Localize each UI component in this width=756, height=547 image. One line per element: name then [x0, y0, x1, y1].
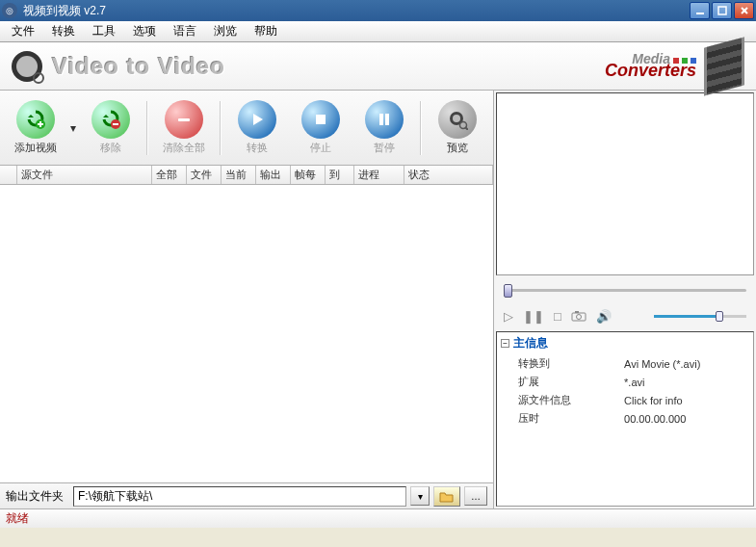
col-all[interactable]: 全部 [152, 166, 187, 184]
play-icon [238, 100, 276, 139]
side-pane: ▷ ❚❚ □ 🔊 − 主信息 转换到Avi Movie (*.avi) 扩展*.… [494, 91, 756, 508]
output-path-dropdown[interactable]: ▾ [410, 486, 430, 506]
preview-icon [438, 100, 477, 139]
seek-thumb[interactable] [504, 284, 512, 298]
app-logo-icon [12, 51, 42, 82]
col-progress[interactable]: 进程 [354, 166, 404, 184]
add-video-button[interactable]: 添加视频 [6, 95, 65, 161]
info-val[interactable]: Click for info [620, 391, 753, 409]
info-panel: − 主信息 转换到Avi Movie (*.avi) 扩展*.avi 源文件信息… [496, 331, 754, 507]
window-title: 视频到视频 v2.7 [21, 3, 690, 19]
svg-rect-1 [718, 7, 726, 14]
app-icon: ◎ [2, 3, 17, 18]
menu-help[interactable]: 帮助 [247, 21, 285, 41]
info-row: 源文件信息Click for info [497, 391, 753, 409]
menu-options[interactable]: 选项 [125, 21, 164, 41]
minimize-button[interactable] [690, 2, 710, 19]
info-key: 压时 [497, 409, 620, 428]
svg-rect-8 [379, 114, 383, 125]
film-strip-icon [704, 37, 744, 95]
output-path-input[interactable] [73, 486, 406, 507]
pause-label: 暂停 [374, 141, 395, 155]
collapse-icon: − [501, 339, 509, 348]
maximize-button[interactable] [712, 2, 732, 19]
menu-bar: 文件 转换 工具 选项 语言 浏览 帮助 [0, 21, 756, 42]
add-icon [16, 100, 55, 139]
close-button[interactable] [734, 2, 754, 19]
col-current[interactable]: 当前 [222, 166, 256, 184]
svg-point-11 [453, 115, 460, 122]
title-bar: ◎ 视频到视频 v2.7 [0, 0, 756, 21]
info-section-title: 主信息 [513, 335, 548, 352]
pause-icon [365, 100, 404, 139]
col-file[interactable]: 文件 [187, 166, 222, 184]
open-folder-button[interactable] [433, 486, 460, 507]
convert-button[interactable]: 转换 [227, 95, 287, 161]
app-name: Video to Video [52, 53, 225, 80]
info-row: 转换到Avi Movie (*.avi) [497, 354, 753, 373]
stop-icon [301, 100, 340, 139]
output-row: 输出文件夹 ▾ … [0, 483, 493, 508]
output-label: 输出文件夹 [6, 488, 69, 505]
svg-rect-9 [385, 114, 389, 125]
clear-label: 清除全部 [163, 141, 205, 155]
info-key: 转换到 [497, 354, 620, 373]
svg-rect-7 [316, 115, 326, 124]
add-label: 添加视频 [14, 141, 57, 155]
info-val: *.avi [620, 373, 753, 391]
svg-rect-6 [178, 118, 190, 121]
toolbar: 添加视频 ▾ 移除 清除全部 转换 停止 暂停 [0, 91, 493, 166]
preview-area [496, 92, 754, 275]
browse-button[interactable]: … [464, 486, 487, 506]
brand-logo: Media Converters [605, 51, 696, 81]
stop-label: 停止 [310, 141, 331, 155]
info-key: 扩展 [497, 373, 620, 391]
col-blank[interactable] [0, 166, 17, 184]
clear-all-button[interactable]: 清除全部 [154, 95, 214, 161]
volume-slider[interactable] [654, 315, 746, 318]
info-val[interactable]: Avi Movie (*.avi) [620, 354, 753, 373]
svg-rect-16 [575, 311, 579, 313]
snapshot-button[interactable] [571, 310, 587, 322]
menu-convert[interactable]: 转换 [44, 21, 83, 41]
menu-file[interactable]: 文件 [4, 21, 42, 41]
status-bar: 就绪 [0, 508, 756, 528]
clear-icon [165, 100, 203, 139]
main-pane: 添加视频 ▾ 移除 清除全部 转换 停止 暂停 [0, 91, 494, 508]
volume-thumb[interactable] [716, 311, 723, 322]
svg-rect-0 [696, 13, 704, 14]
add-dropdown[interactable]: ▾ [69, 121, 77, 135]
volume-icon[interactable]: 🔊 [596, 309, 612, 324]
seek-row [494, 277, 756, 302]
col-to[interactable]: 到 [326, 166, 354, 184]
svg-line-13 [465, 127, 468, 130]
player-pause-button[interactable]: ❚❚ [523, 309, 544, 324]
seek-slider[interactable] [504, 289, 746, 292]
info-key: 源文件信息 [497, 391, 620, 409]
player-controls: ▷ ❚❚ □ 🔊 [494, 302, 756, 329]
player-stop-button[interactable]: □ [554, 309, 561, 324]
info-row: 扩展*.avi [497, 373, 753, 391]
remove-label: 移除 [100, 141, 121, 155]
preview-button[interactable]: 预览 [428, 95, 487, 161]
convert-label: 转换 [247, 141, 268, 155]
banner: Video to Video Media Converters [0, 42, 756, 91]
brand-line2: Converters [605, 61, 696, 81]
player-play-button[interactable]: ▷ [504, 309, 513, 324]
col-source[interactable]: 源文件 [17, 166, 152, 184]
menu-browse[interactable]: 浏览 [206, 21, 245, 41]
menu-tools[interactable]: 工具 [85, 21, 123, 41]
remove-button[interactable]: 移除 [81, 95, 141, 161]
svg-point-15 [576, 315, 581, 320]
col-output[interactable]: 输出 [256, 166, 291, 184]
stop-button[interactable]: 停止 [291, 95, 351, 161]
status-text: 就绪 [6, 510, 29, 527]
file-grid-body[interactable] [0, 185, 493, 483]
info-section-header[interactable]: − 主信息 [497, 332, 753, 354]
menu-language[interactable]: 语言 [166, 21, 204, 41]
remove-icon [91, 100, 130, 139]
file-grid-header: 源文件 全部 文件 当前 输出 帧每 到 进程 状态 [0, 166, 493, 185]
col-status[interactable]: 状态 [404, 166, 493, 184]
col-fps[interactable]: 帧每 [291, 166, 326, 184]
pause-button[interactable]: 暂停 [354, 95, 414, 161]
